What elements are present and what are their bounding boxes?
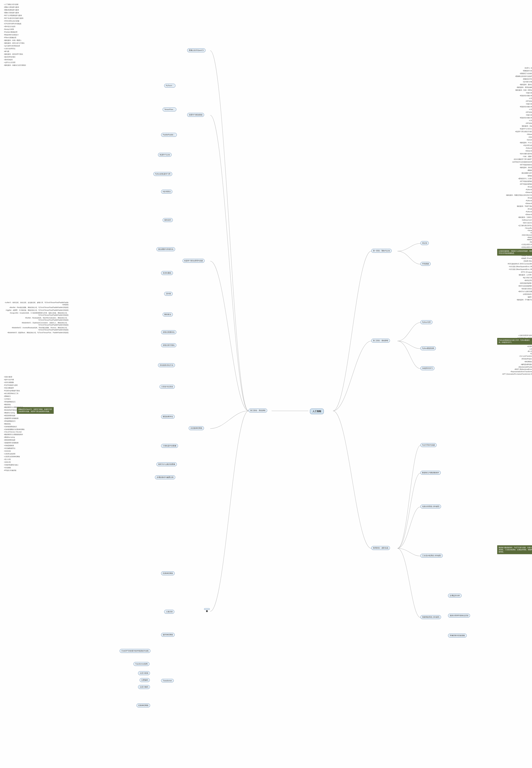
s3-cvi-2: •卷积后效果参数计划 (3, 282, 532, 285)
s3-fc-eval[interactable]: 模型效果评估 (161, 415, 175, 419)
s4-industry[interactable]: 工业流水线系统 (3D场景) (420, 554, 443, 557)
s3-act[interactable]: 激活函数与非线性化 (157, 247, 175, 251)
s3-tf-1: •框架的自动微分机制 (3, 105, 532, 108)
s3-fce-3: •ROC曲线和AUC (ROCCurveandAUC) (3, 263, 532, 265)
s3-svm-2: •Sklearn实践 (3, 191, 532, 194)
s3-rnn-3: •Bi-LSTM (3, 350, 532, 353)
s3-cv-img[interactable]: 计算机器中的图像 (161, 444, 178, 448)
s4-traffic[interactable]: 交通监控分析 (448, 594, 462, 598)
stage3[interactable]: 第三阶段：系统课程 (249, 409, 267, 412)
s3-cv-7: •随机案例：通用边缘检测 (3, 86, 532, 89)
s3-fco-1: •SGD+Momentum (3, 234, 532, 236)
s3-svm[interactable]: 支持向量机 (161, 271, 173, 275)
s1-env-0: •环境与IDE认知与搭建 (3, 20, 532, 22)
s3-dl[interactable]: 深度学习框架基础 (187, 113, 204, 117)
s4-tr-1: •数据采集 (3, 403, 532, 406)
stage2-git[interactable]: Git使用与学习 (420, 366, 434, 370)
s3-cv[interactable]: 卷积神经网络 (204, 608, 210, 610)
stage2-ds[interactable]: Python数据结构 (420, 346, 436, 350)
s3-ml[interactable]: 机器学习算法原理与实践 (183, 259, 205, 263)
s3-cv-rnn[interactable]: 循环神经网络 (161, 633, 175, 637)
s3-act-1: •激活函数与其导数 (3, 172, 532, 174)
s2-git-0: •提交GitHub项目 (3, 56, 532, 58)
s3-bay-0: •算法原理 (3, 197, 532, 200)
s3-cv-6: •随机案例：颜色识别 (3, 83, 532, 86)
s4-in-2: •目标检测基础知识 (3, 425, 532, 428)
s3-tr-chatgpt[interactable]: ChatGPT的发展与技术线基础与动机 (120, 649, 150, 653)
s3-cv-why[interactable]: 卷积为什么能识别图像 (157, 462, 177, 466)
s2-py-4: •Pillow与图像处理 (3, 36, 532, 39)
s3-cv-step[interactable]: 步通道卷积与偏置过程 (155, 475, 175, 479)
s3-ml-libs[interactable]: Python的机器学习库 (153, 172, 172, 176)
s3-opencv[interactable]: 图像认知与OpenCV (187, 48, 205, 52)
s3-lr-2: •反向传播的学习率与梯度下降 (3, 158, 532, 161)
s3-transformer[interactable]: Transformer (161, 679, 174, 682)
s3-fcf-2: •正则化处理 (3, 249, 532, 252)
s3-bayes[interactable]: 贝叶斯 (164, 292, 173, 296)
s3-mll-1: •Jieba库 (3, 136, 532, 138)
s4-seg[interactable]: 道路分割和车道标志识别 (448, 614, 470, 618)
s2-py-3: •Matplotlib与绘图设计 (3, 33, 532, 36)
s3-rnn-4: •GRU (3, 353, 532, 355)
s2-git-3: •随机案例：创建自己的开源项目 (3, 64, 532, 67)
s3-paddle[interactable]: PaddlePaddle： (161, 133, 177, 137)
s3-bay-2: •Sklearn实践 (3, 202, 532, 205)
s3-cvc-4: •GoogLeNet：Inception结构、1×1卷积降维降维与升维、辅助分类… (3, 312, 69, 317)
s4-ct-1: •车道跟随 (3, 466, 532, 469)
s3-fcf-3: •过拟合解决方案 (3, 252, 532, 254)
s3-ml-intro[interactable]: 机器学习认知 (158, 153, 172, 157)
s4-control[interactable]: 车辆控制与高速巡航 (448, 634, 467, 638)
s3-cv-face[interactable]: 人脸识别 (164, 610, 174, 614)
s3-fco-2: •AdaGrad (3, 236, 532, 239)
s3-cvc-0: •随机案例：手写数字识别 (3, 299, 532, 301)
s3-tr-arch[interactable]: Transformer架构 (133, 662, 149, 666)
s3-cv-classic[interactable]: 经典神经网络 (161, 571, 175, 575)
s3-tr-attn[interactable]: 注意力机制 (138, 671, 150, 675)
s3-trc-1: •BERT (BidirectionalEncoder (3, 368, 532, 370)
s4-drive[interactable]: 智能驾驶系统 (3D场景) (420, 615, 441, 619)
s3-fc-opt[interactable]: 优化器及优化方法 (158, 363, 175, 367)
s4-trash[interactable]: 垃圾分类系统 (3D场景) (420, 504, 441, 508)
s3-tr-classic[interactable]: 经典神经网络 (137, 704, 150, 707)
s3-fc-vis[interactable]: 训练过程可视化 (161, 343, 176, 347)
s3-tr-1: •序列到序列的任务 (3, 358, 532, 360)
stage2-python[interactable]: Python与库 (420, 320, 432, 324)
s3-fct-0: •Softmax与交叉熵 (3, 219, 532, 222)
s4-sg-1: •分割算法经典神经网络 (3, 455, 532, 458)
s1-ai-5: •NLP-生成式对话场景与案例 (3, 17, 532, 20)
stage1-ai[interactable]: AI认知 (420, 241, 429, 245)
s3-tf[interactable]: TensorFlow： (163, 107, 176, 111)
root-node[interactable]: 人工智能 (310, 409, 324, 414)
s3-knn[interactable]: K近邻算法 (161, 190, 172, 194)
s4-ct-2: •PID进行车辆控制 (3, 469, 532, 472)
s3-cvf-1: •在场景中进行人脸框检测 (3, 337, 532, 340)
s4-dataset[interactable]: 数据标注与数据集制作 (420, 471, 441, 475)
stage1[interactable]: 第一阶段：预备与认知 (371, 249, 392, 253)
s1-env-1: •CPU/GPU/NPU环境熟悉 (3, 22, 532, 25)
s3-knn-1: •Python实践 (3, 147, 532, 149)
s3-lr-0: •前向传播与损失函数 (3, 152, 532, 155)
s4-pyqt[interactable]: PyQT开发与实践 (420, 443, 437, 447)
s3-lr-1: •为啥：函数寻优 (3, 155, 532, 158)
s3-fc-train[interactable]: 训练过程模块化 (161, 330, 176, 334)
s3-pytorch[interactable]: PyTorch： (164, 84, 175, 87)
s3-fce-7: 随机案例：公开两个国 (3, 274, 532, 276)
stage2[interactable]: 第二阶段：基础课程 (371, 339, 390, 343)
s3-lr-4: •基于框架的线性回归 (3, 163, 532, 166)
s3-cv-3: •图像噪点的添加与滤波算法 (3, 75, 532, 78)
s3-fc-fit[interactable]: 欠拟合与过拟合 (160, 385, 175, 389)
stage1-env[interactable]: 环境搭建 (420, 262, 431, 266)
s3-cv-5: •直方图与均衡化 (3, 80, 532, 83)
s3-knn-0: •K近邻算法原理 (3, 144, 532, 147)
stage4[interactable]: 第四阶段：进阶实战 (371, 546, 390, 550)
s3-lr[interactable]: 线性回归 (163, 218, 173, 222)
s3-tr-mask[interactable]: 注意力掩码 (138, 685, 150, 689)
s3-fc[interactable]: 全连接神经网络 (189, 426, 204, 430)
s4-in-6: •网络fine-tuning (3, 436, 532, 439)
s3-fce-6: •R平方 (R-squared) (3, 271, 532, 274)
s3-fcf-0: •欠拟合表现与判断 (3, 243, 532, 246)
s3-cluster[interactable]: 聚类算法 (163, 313, 173, 316)
s3-tr-pos[interactable]: 位置编码 (140, 678, 150, 682)
s3-fco-0: •SGD (3, 232, 532, 234)
s3-cvw-3: •多通道卷积计算 (3, 293, 532, 296)
